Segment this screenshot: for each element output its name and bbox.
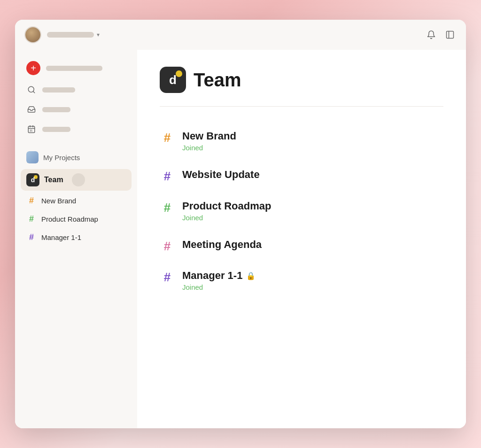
team-big-app-icon: d — [160, 67, 186, 93]
right-joined-manager-1-1: Joined — [182, 283, 256, 291]
right-channel-website-update[interactable]: # Website Update — [160, 160, 443, 192]
inbox-label-placeholder — [42, 107, 70, 112]
inbox-icon — [26, 104, 37, 115]
titlebar: ▾ — [15, 20, 466, 50]
right-hash-icon-purple-1: # — [160, 170, 175, 183]
right-channel-product-roadmap[interactable]: # Product Roadmap Joined — [160, 192, 443, 230]
add-button[interactable]: + — [26, 61, 40, 75]
right-channel-info-product-roadmap: Product Roadmap Joined — [182, 200, 271, 222]
add-label-placeholder — [46, 66, 102, 71]
channel-name-product-roadmap: Product Roadmap — [41, 215, 98, 223]
sidebar-toggle-icon[interactable] — [443, 28, 457, 41]
right-channel-info-new-brand: New Brand Joined — [182, 130, 236, 152]
bell-icon[interactable] — [425, 28, 438, 41]
right-hash-icon-orange: # — [160, 131, 175, 145]
team-notification-badge — [72, 173, 85, 186]
right-hash-icon-green-2: # — [160, 201, 175, 215]
right-channel-meeting-agenda[interactable]: # Meeting Agenda — [160, 230, 443, 262]
right-channel-info-website-update: Website Update — [182, 169, 260, 181]
right-hash-icon-purple-2: # — [160, 270, 175, 284]
svg-rect-0 — [447, 31, 454, 39]
lock-icon: 🔒 — [246, 271, 256, 280]
chevron-down-icon[interactable]: ▾ — [97, 31, 100, 38]
right-channel-name-product-roadmap: Product Roadmap — [182, 200, 271, 212]
sidebar-team-label: Team — [44, 176, 63, 184]
sidebar-item-my-projects[interactable]: My Projects — [21, 147, 132, 167]
right-channel-new-brand[interactable]: # New Brand Joined — [160, 122, 443, 160]
team-app-icon: d — [26, 173, 39, 186]
right-channel-manager-1-1[interactable]: # Manager 1-1 🔒 Joined — [160, 261, 443, 300]
hash-icon-purple: # — [26, 232, 37, 242]
user-name-area: ▾ — [47, 31, 100, 38]
sidebar-item-product-roadmap[interactable]: # Product Roadmap — [21, 211, 132, 227]
search-icon — [26, 85, 37, 95]
right-channel-info-manager-1-1: Manager 1-1 🔒 Joined — [182, 270, 256, 291]
sidebar-inbox-item[interactable] — [21, 100, 132, 118]
right-channel-name-manager-1-1: Manager 1-1 🔒 — [182, 270, 256, 282]
team-header: d Team — [160, 67, 443, 93]
svg-text:21: 21 — [30, 129, 32, 132]
my-projects-avatar — [26, 151, 39, 163]
calendar-icon: 21 — [26, 124, 37, 134]
sidebar-search-item[interactable] — [21, 81, 132, 99]
user-name-placeholder — [47, 32, 94, 38]
calendar-label-placeholder — [42, 127, 70, 132]
right-channel-name-new-brand: New Brand — [182, 130, 236, 142]
hash-icon-green: # — [26, 214, 37, 224]
right-channel-info-meeting-agenda: Meeting Agenda — [182, 239, 262, 251]
page-title: Team — [194, 70, 241, 91]
right-joined-new-brand: Joined — [182, 144, 236, 152]
sidebar-calendar-item[interactable]: 21 — [21, 120, 132, 138]
right-channel-name-website-update: Website Update — [182, 169, 260, 181]
right-channel-name-meeting-agenda: Meeting Agenda — [182, 239, 262, 251]
channel-name-new-brand: New Brand — [41, 197, 76, 205]
search-label-placeholder — [42, 87, 75, 93]
app-window: ▾ + — [15, 20, 466, 428]
sidebar-item-manager-1-1[interactable]: # Manager 1-1 — [21, 229, 132, 246]
my-projects-label: My Projects — [43, 154, 80, 162]
main-area: + — [15, 50, 466, 428]
sidebar-item-new-brand[interactable]: # New Brand — [21, 193, 132, 209]
right-panel: d Team # New Brand Joined # Website Upd — [137, 50, 466, 428]
avatar[interactable] — [24, 26, 41, 43]
hash-icon-orange: # — [26, 196, 37, 206]
svg-line-3 — [33, 91, 34, 93]
sidebar: + — [15, 50, 137, 428]
divider — [160, 106, 443, 107]
sidebar-add-item[interactable]: + — [21, 57, 132, 79]
sidebar-item-team[interactable]: d Team — [21, 169, 132, 191]
right-joined-product-roadmap: Joined — [182, 214, 271, 222]
channel-name-manager-1-1: Manager 1-1 — [41, 233, 81, 241]
right-hash-icon-pink: # — [160, 239, 175, 253]
